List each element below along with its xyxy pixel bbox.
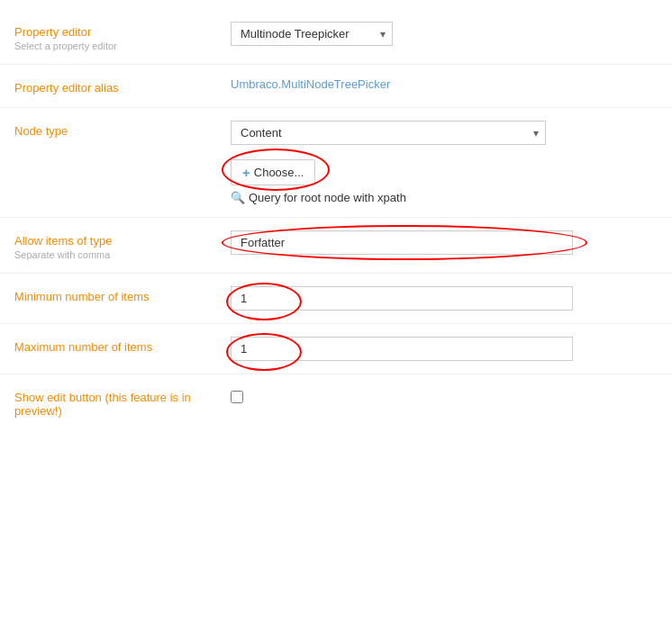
show-edit-button-label-col: Show edit button (this feature is in pre… [14, 387, 231, 418]
min-items-annotate [231, 286, 573, 311]
property-editor-label-col: Property editor Select a property editor [14, 22, 231, 51]
show-edit-button-checkbox[interactable] [231, 391, 243, 403]
allow-items-sublabel: Separate with comma [14, 249, 231, 260]
max-items-label: Maximum number of items [14, 340, 231, 354]
show-edit-button-field [231, 387, 658, 406]
node-type-select[interactable]: Content Media Member [231, 121, 546, 145]
max-items-field [231, 337, 658, 361]
node-type-select-wrapper: Content Media Member ▾ [231, 121, 546, 145]
choose-button[interactable]: + Choose... [231, 159, 315, 185]
xpath-link[interactable]: 🔍 Query for root node with xpath [231, 191, 658, 204]
min-items-row: Minimum number of items [0, 274, 672, 324]
min-items-label: Minimum number of items [14, 290, 231, 303]
node-type-label-col: Node type [14, 121, 231, 138]
xpath-link-label: Query for root node with xpath [249, 191, 406, 204]
allow-items-row: Allow items of type Separate with comma [0, 218, 672, 274]
property-editor-field: Multinode Treepicker ▾ [231, 22, 658, 46]
form-container: Property editor Select a property editor… [0, 0, 672, 439]
max-items-annotate [231, 337, 573, 361]
property-editor-sublabel: Select a property editor [14, 41, 231, 51]
property-editor-alias-row: Property editor alias Umbraco.MultiNodeT… [0, 65, 672, 108]
property-editor-row: Property editor Select a property editor… [0, 9, 672, 65]
show-edit-button-row: Show edit button (this feature is in pre… [0, 374, 672, 430]
allow-items-label: Allow items of type [14, 234, 231, 248]
node-type-field: Content Media Member ▾ + Choose... 🔍 Que… [231, 121, 658, 204]
min-items-label-col: Minimum number of items [14, 286, 231, 303]
choose-annotate: + Choose... [231, 152, 315, 185]
property-editor-select-wrapper: Multinode Treepicker ▾ [231, 22, 393, 46]
plus-icon: + [242, 165, 250, 180]
allow-items-input[interactable] [231, 230, 573, 255]
property-editor-label: Property editor [14, 25, 231, 39]
search-icon: 🔍 [231, 191, 245, 204]
min-items-field [231, 286, 658, 311]
allow-items-field [231, 230, 658, 255]
node-type-label: Node type [14, 124, 231, 138]
allow-items-label-col: Allow items of type Separate with comma [14, 230, 231, 260]
max-items-label-col: Maximum number of items [14, 337, 231, 354]
max-items-input[interactable] [231, 337, 573, 361]
property-editor-select[interactable]: Multinode Treepicker [231, 22, 393, 46]
choose-xpath-container: + Choose... 🔍 Query for root node with x… [231, 152, 658, 204]
show-edit-button-label: Show edit button (this feature is in pre… [14, 391, 231, 418]
node-type-row: Node type Content Media Member ▾ + Choos… [0, 108, 672, 218]
property-editor-alias-value: Umbraco.MultiNodeTreePicker [231, 74, 390, 91]
max-items-row: Maximum number of items [0, 324, 672, 374]
choose-button-label: Choose... [254, 166, 304, 179]
property-editor-alias-label-col: Property editor alias [14, 77, 231, 95]
min-items-input[interactable] [231, 286, 573, 311]
property-editor-alias-label: Property editor alias [14, 81, 231, 95]
property-editor-alias-field: Umbraco.MultiNodeTreePicker [231, 77, 658, 91]
allow-items-annotate [231, 230, 573, 255]
